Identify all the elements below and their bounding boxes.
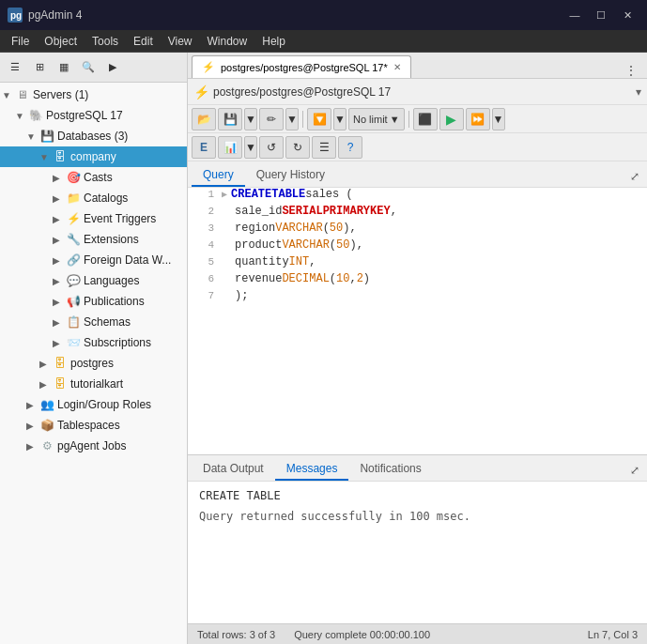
app-icon: pg — [8, 8, 23, 23]
tab-query-history[interactable]: Query History — [245, 164, 336, 187]
tab-data-output[interactable]: Data Output — [192, 458, 275, 481]
schemas-icon: 📋 — [66, 314, 81, 330]
menu-edit[interactable]: Edit — [126, 33, 161, 50]
foreigndw-icon: 🔗 — [66, 253, 81, 268]
code-token: , — [309, 255, 316, 268]
connection-icon: ⚡ — [193, 84, 209, 100]
tree-item-servers[interactable]: ▼ 🖥 Servers (1) — [0, 84, 187, 105]
edit-btn[interactable]: ✏ — [259, 108, 284, 130]
tablespaces-icon: 📦 — [39, 418, 54, 433]
line-arrow: ▶ — [222, 189, 227, 200]
execute-btn[interactable]: ▶ — [439, 108, 464, 130]
query-toolbar-row1: 📂 💾 ▼ ✏ ▼ 🔽 ▼ No limit ▼ ⬛ ▶ ⏩ ▼ — [188, 105, 647, 133]
connection-dropdown-btn[interactable]: ▾ — [636, 85, 641, 99]
tab-close-btn[interactable]: ✕ — [393, 62, 401, 72]
status-query-complete: Query complete 00:00:00.100 — [294, 629, 430, 640]
filter-btn[interactable]: 🔽 — [307, 108, 331, 130]
tree-item-pgagent[interactable]: ▶ ⚙ pgAgent Jobs — [0, 436, 187, 456]
status-ln-col: Ln 7, Col 3 — [588, 629, 638, 640]
output-expand-btn[interactable]: ⤢ — [626, 460, 643, 481]
query-expand-btn[interactable]: ⤢ — [626, 166, 643, 187]
close-button[interactable]: ✕ — [615, 6, 639, 24]
sidebar-table-btn[interactable]: ▦ — [53, 57, 75, 78]
menu-object[interactable]: Object — [37, 33, 85, 50]
tree-item-languages[interactable]: ▶ 💬 Languages — [0, 270, 187, 291]
tree-item-logingroup[interactable]: ▶ 👥 Login/Group Roles — [0, 394, 187, 415]
titlebar-controls: — ☐ ✕ — [562, 6, 639, 24]
tree-item-postgres[interactable]: ▶ 🗄 postgres — [0, 353, 187, 374]
save-btn[interactable]: 💾 — [218, 108, 242, 130]
tab-messages[interactable]: Messages — [275, 458, 349, 481]
schemas-label: Schemas — [84, 315, 131, 329]
analyze-btn[interactable]: 📊 — [218, 136, 242, 159]
open-file-btn[interactable]: 📂 — [192, 108, 216, 130]
explain-btn[interactable]: E — [192, 136, 216, 159]
rollback-btn[interactable]: ↻ — [285, 136, 310, 159]
commit-btn[interactable]: ↺ — [259, 136, 284, 159]
logingroup-icon: 👥 — [39, 397, 54, 412]
limit-dropdown[interactable]: No limit ▼ — [348, 108, 405, 130]
line-number: 5 — [192, 256, 214, 268]
tree-item-databases[interactable]: ▼ 💾 Databases (3) — [0, 126, 187, 146]
tree-item-catalogs[interactable]: ▶ 📁 Catalogs — [0, 188, 187, 208]
code-token: ) — [363, 272, 370, 285]
sidebar-search-btn[interactable]: 🔍 — [77, 57, 100, 78]
line-number: 7 — [192, 290, 214, 301]
tab-notifications[interactable]: Notifications — [348, 458, 432, 481]
tree-item-publications[interactable]: ▶ 📢 Publications — [0, 291, 187, 312]
toggle-publications: ▶ — [53, 297, 66, 307]
sidebar-menu-btn[interactable]: ☰ — [4, 57, 26, 78]
save-arrow-btn[interactable]: ▼ — [244, 108, 257, 130]
line-number: 6 — [192, 273, 214, 284]
code-token: DECIMAL — [282, 272, 329, 285]
tab-icon: ⚡ — [202, 61, 215, 73]
code-token: VARCHAR — [275, 222, 322, 235]
tree-item-company[interactable]: ▼ 🗄 company — [0, 146, 187, 167]
tree-item-eventtriggers[interactable]: ▶ ⚡ Event Triggers — [0, 208, 187, 229]
toggle-servers: ▼ — [2, 90, 15, 100]
explain-arrow-btn[interactable]: ▼ — [492, 108, 505, 130]
tree-item-tablespaces[interactable]: ▶ 📦 Tablespaces — [0, 415, 187, 436]
tree-item-schemas[interactable]: ▶ 📋 Schemas — [0, 312, 187, 332]
tab-menu-btn[interactable]: ⋮ — [619, 63, 643, 78]
filter-arrow-btn[interactable]: ▼ — [333, 108, 347, 130]
code-token: 50 — [336, 238, 349, 252]
query-tabs: Query Query History ⤢ — [188, 161, 647, 188]
menu-tools[interactable]: Tools — [85, 33, 126, 50]
code-line: 6 revenue DECIMAL(10, 2) — [188, 272, 647, 289]
sidebar-grid-btn[interactable]: ⊞ — [28, 57, 51, 78]
tree-item-pg17[interactable]: ▼ 🐘 PostgreSQL 17 — [0, 105, 187, 126]
menu-help[interactable]: Help — [254, 33, 293, 50]
servers-label: Servers (1) — [33, 88, 88, 101]
code-token: ), — [349, 238, 362, 252]
code-token: CREATE — [231, 188, 271, 201]
help-btn[interactable]: ? — [338, 136, 362, 159]
sidebar-run-btn[interactable]: ▶ — [101, 57, 124, 78]
tree-item-extensions[interactable]: ▶ 🔧 Extensions — [0, 229, 187, 250]
menu-window[interactable]: Window — [200, 33, 255, 50]
tab-query[interactable]: Query — [192, 164, 245, 187]
toggle-languages: ▶ — [53, 276, 66, 286]
toggle-casts: ▶ — [53, 173, 66, 183]
stop-btn[interactable]: ⬛ — [413, 108, 438, 130]
execute-explain-btn[interactable]: ⏩ — [466, 108, 490, 130]
code-editor[interactable]: 1▶CREATE TABLE sales (2 sale_id SERIAL P… — [188, 188, 647, 454]
menu-view[interactable]: View — [161, 33, 200, 50]
content-area: ⚡ postgres/postgres@PostgreSQL 17* ✕ ⋮ ⚡… — [188, 53, 647, 644]
minimize-button[interactable]: — — [562, 6, 587, 24]
tree-item-tutorialkart[interactable]: ▶ 🗄 tutorialkart — [0, 374, 187, 394]
output-msg1: CREATE TABLE — [199, 489, 636, 502]
menu-file[interactable]: File — [4, 33, 37, 50]
query-tab[interactable]: ⚡ postgres/postgres@PostgreSQL 17* ✕ — [192, 55, 411, 78]
code-line: 5 quantity INT, — [188, 255, 647, 272]
maximize-button[interactable]: ☐ — [589, 6, 613, 24]
macros-btn[interactable]: ☰ — [312, 136, 336, 159]
tree-item-casts[interactable]: ▶ 🎯 Casts — [0, 167, 187, 188]
tree-item-subscriptions[interactable]: ▶ 📨 Subscriptions — [0, 332, 187, 353]
analyze-arrow-btn[interactable]: ▼ — [244, 136, 257, 159]
subscriptions-icon: 📨 — [66, 335, 81, 350]
catalogs-icon: 📁 — [66, 191, 81, 206]
edit-arrow-btn[interactable]: ▼ — [285, 108, 299, 130]
postgres-icon: 🗄 — [53, 356, 68, 371]
tree-item-foreigndw[interactable]: ▶ 🔗 Foreign Data W... — [0, 250, 187, 270]
